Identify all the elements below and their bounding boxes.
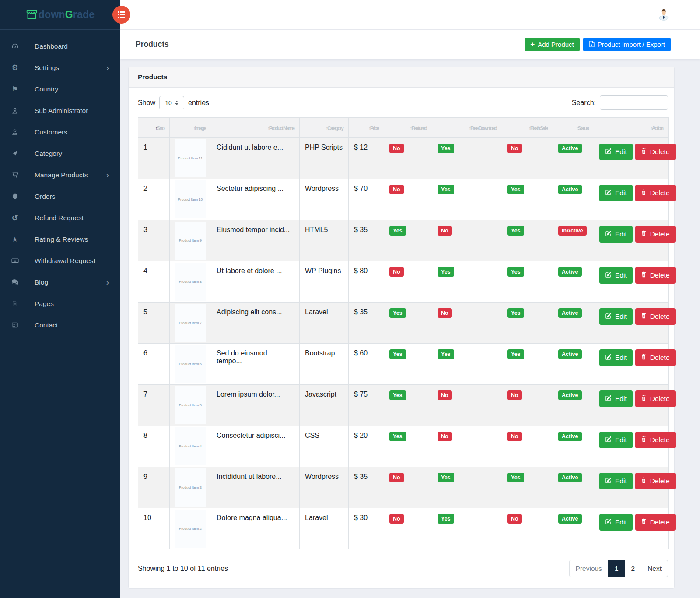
cell-sno: 5	[138, 303, 170, 344]
cart-icon	[10, 171, 19, 179]
edit-button[interactable]: Edit	[599, 185, 633, 201]
cell-price: $ 80	[349, 261, 384, 303]
sidebar-toggle-button[interactable]	[112, 6, 130, 24]
product-image-placeholder: Product Item 7	[175, 304, 206, 342]
sidebar-item-refund-request[interactable]: ↺ Refund Request	[0, 207, 120, 229]
sidebar-item-pages[interactable]: Pages	[0, 293, 120, 314]
user-avatar[interactable]	[656, 7, 671, 22]
status-badge: Active	[558, 308, 582, 318]
column-header-action[interactable]: ↑Action	[594, 118, 668, 138]
edit-button[interactable]: Edit	[599, 226, 633, 243]
column-header-featured[interactable]: ↑Featured	[384, 118, 432, 138]
add-product-button[interactable]: + Add Product	[525, 38, 580, 51]
product-image-placeholder: Product Item 4	[175, 427, 206, 465]
edit-button[interactable]: Edit	[599, 267, 633, 284]
featured-badge: No	[389, 267, 404, 277]
cell-product-name: Eiusmod tempor incid...	[211, 220, 300, 261]
sidebar-item-category[interactable]: Category	[0, 143, 120, 164]
cell-status: Active	[553, 303, 594, 344]
product-import-export-button[interactable]: Product Import / Export	[583, 38, 671, 51]
cell-sno: 10	[138, 508, 170, 549]
page-length-select[interactable]: 10	[159, 96, 184, 109]
delete-button[interactable]: Delete	[635, 349, 676, 366]
sort-icons: ↑Sno	[155, 125, 164, 131]
cell-action: Edit Delete	[594, 261, 668, 303]
flash-sale-badge: No	[508, 432, 522, 441]
delete-button[interactable]: Delete	[635, 226, 676, 243]
delete-button[interactable]: Delete	[635, 308, 676, 325]
delete-button[interactable]: Delete	[635, 390, 676, 407]
sidebar-item-customers[interactable]: Customers	[0, 121, 120, 143]
cell-featured: Yes	[384, 426, 432, 467]
sidebar-item-country[interactable]: ⚑ Country	[0, 78, 120, 100]
pagination-page-1[interactable]: 1	[608, 560, 625, 577]
pencil-square-icon	[605, 436, 612, 444]
status-badge: Active	[558, 349, 582, 359]
cell-product-name: Adipiscing elit cons...	[211, 303, 300, 344]
cell-price: $ 12	[349, 138, 384, 179]
pencil-square-icon	[605, 148, 612, 156]
edit-button[interactable]: Edit	[599, 432, 633, 448]
cell-free-download: No	[432, 220, 502, 261]
column-header-product-name[interactable]: ↑Product Name	[211, 118, 300, 138]
status-badge: Active	[558, 185, 582, 194]
edit-button[interactable]: Edit	[599, 390, 633, 407]
plus-icon: +	[530, 41, 535, 48]
sort-icons: ↑Product Name	[267, 125, 294, 131]
edit-button[interactable]: Edit	[599, 308, 633, 325]
column-header-category[interactable]: ↑Category	[300, 118, 349, 138]
pagination-next[interactable]: Next	[641, 560, 668, 577]
sidebar-item-orders[interactable]: Orders	[0, 186, 120, 207]
column-header-free-download[interactable]: ↑Free Download	[432, 118, 502, 138]
sidebar-item-dashboard[interactable]: Dashboard	[0, 35, 120, 57]
delete-button[interactable]: Delete	[635, 185, 676, 201]
pagination-page-2[interactable]: 2	[625, 560, 642, 577]
cell-sno: 4	[138, 261, 170, 303]
sidebar-nav: Dashboard ⚙ Settings › ⚑ Country Sub Adm…	[0, 30, 120, 336]
cell-price: $ 35	[349, 467, 384, 508]
column-header-price[interactable]: ↑Price	[349, 118, 384, 138]
cell-status: Active	[553, 426, 594, 467]
sidebar-item-rating-reviews[interactable]: ★ Rating & Reviews	[0, 229, 120, 250]
featured-badge: Yes	[389, 308, 406, 318]
sidebar-item-manage-products[interactable]: Manage Products ›	[0, 164, 120, 186]
delete-button[interactable]: Delete	[635, 432, 676, 448]
column-header-image[interactable]: ↑Image	[170, 118, 211, 138]
pencil-square-icon	[605, 313, 612, 321]
delete-button[interactable]: Delete	[635, 267, 676, 284]
column-header-sno[interactable]: ↑Sno	[138, 118, 170, 138]
sidebar-item-contact[interactable]: Contact	[0, 314, 120, 336]
cell-category: Bootstrap	[300, 344, 349, 385]
cell-status: Active	[553, 467, 594, 508]
cell-free-download: Yes	[432, 508, 502, 549]
pencil-square-icon	[605, 477, 612, 485]
cell-featured: No	[384, 467, 432, 508]
sidebar-item-sub-administrator[interactable]: Sub Administrator	[0, 100, 120, 121]
delete-button[interactable]: Delete	[635, 144, 676, 160]
search-input[interactable]	[600, 95, 668, 110]
sidebar-item-blog[interactable]: Blog ›	[0, 271, 120, 293]
star-icon: ★	[10, 236, 19, 243]
column-header-flash-sale[interactable]: ↑Flash Sale	[502, 118, 553, 138]
status-badge: Active	[558, 514, 582, 524]
edit-button[interactable]: Edit	[599, 144, 633, 160]
edit-button[interactable]: Edit	[599, 473, 633, 489]
delete-button[interactable]: Delete	[635, 514, 676, 531]
column-header-status[interactable]: ↑Status	[553, 118, 594, 138]
table-row: 2 Product Item 10 Sectetur adipiscing ..…	[138, 179, 668, 220]
sidebar-item-withdrawal-request[interactable]: Withdrawal Request	[0, 250, 120, 271]
featured-badge: Yes	[389, 226, 406, 236]
free-download-badge: Yes	[438, 349, 454, 359]
app-title: downGrade	[38, 9, 94, 21]
edit-button[interactable]: Edit	[599, 349, 633, 366]
free-download-badge: No	[438, 432, 452, 441]
edit-button[interactable]: Edit	[599, 514, 633, 531]
trash-icon	[641, 477, 647, 485]
pagination-previous[interactable]: Previous	[569, 560, 609, 577]
delete-button[interactable]: Delete	[635, 473, 676, 489]
sort-icons: ↑Category	[326, 125, 343, 131]
cell-image: Product Item 7	[170, 303, 211, 344]
sidebar-item-settings[interactable]: ⚙ Settings ›	[0, 57, 120, 78]
cell-sno: 1	[138, 138, 170, 179]
cell-category: Javascript	[300, 385, 349, 426]
